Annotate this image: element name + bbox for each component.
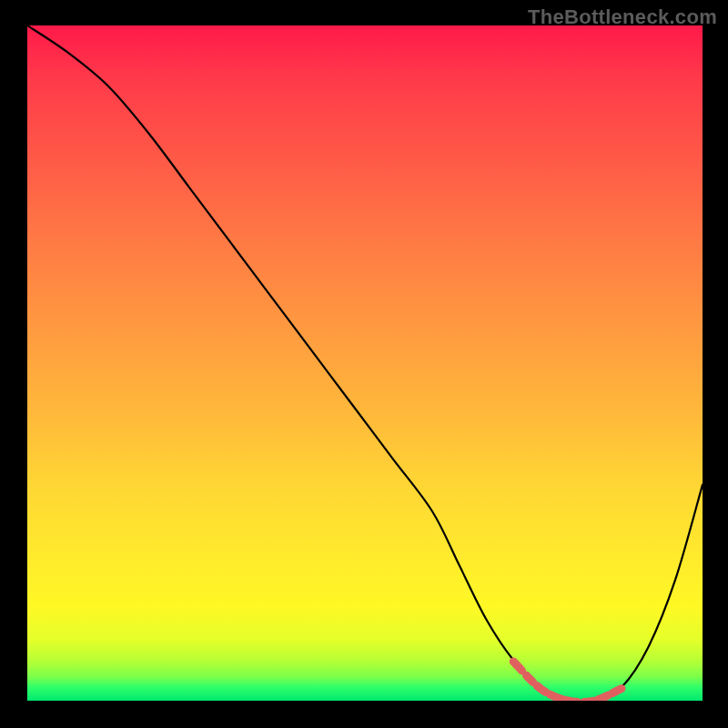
chart-container: TheBottleneck.com (0, 0, 728, 728)
min-accent (513, 662, 622, 701)
bottleneck-curve (27, 25, 703, 701)
curve-svg (27, 25, 703, 701)
plot-area (27, 25, 703, 701)
watermark-text: TheBottleneck.com (528, 5, 717, 29)
